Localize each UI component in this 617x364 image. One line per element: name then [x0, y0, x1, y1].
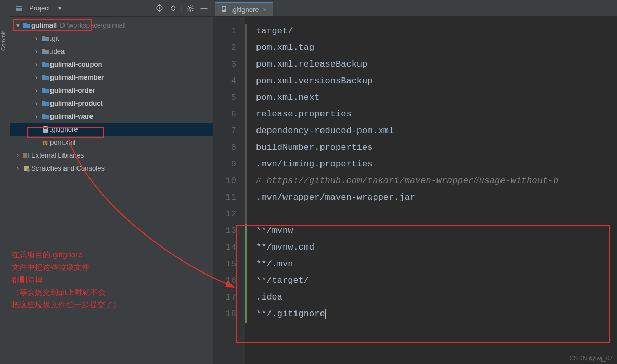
code-line-3[interactable]: pom.xml.releaseBackup: [256, 56, 559, 73]
editor-code[interactable]: target/pom.xml.tagpom.xml.releaseBackupp…: [245, 17, 559, 364]
tab-label: .gitignore: [231, 6, 259, 14]
sidebar-header: Project ▾ | —: [10, 0, 213, 17]
code-line-11[interactable]: .mvn/wrapper/maven-wrapper.jar: [256, 189, 559, 206]
tree-item-gulimall-ware[interactable]: ›gulimall-ware: [10, 110, 213, 123]
tree-root-gulimall[interactable]: ▾gulimallD:\workspace\gulimall: [10, 19, 213, 32]
svg-rect-25: [23, 153, 25, 158]
code-line-12[interactable]: [256, 206, 559, 223]
svg-rect-1: [16, 8, 22, 11]
svg-rect-0: [16, 6, 22, 7]
code-line-5[interactable]: pom.xml.next: [256, 89, 559, 106]
code-line-6[interactable]: release.properties: [256, 106, 559, 123]
code-line-14[interactable]: **/mvnw.cmd: [256, 239, 559, 256]
locate-icon[interactable]: [154, 3, 165, 14]
code-line-7[interactable]: dependency-reduced-pom.xml: [256, 123, 559, 139]
svg-line-16: [192, 6, 193, 7]
editor-area: .gitignore × 123456789101112131415161718…: [213, 0, 617, 364]
editor-gutter: 123456789101112131415161718: [213, 17, 245, 364]
tree-item-gulimall-product[interactable]: ›gulimall-product: [10, 97, 213, 110]
settings-icon[interactable]: [185, 3, 196, 14]
svg-line-14: [192, 10, 193, 11]
left-vertical-bar: Commit: [0, 0, 10, 364]
svg-rect-20: [46, 103, 48, 106]
svg-rect-23: [44, 127, 47, 128]
svg-rect-21: [46, 116, 48, 119]
svg-point-29: [27, 168, 30, 172]
code-line-2[interactable]: pom.xml.tag: [256, 40, 559, 56]
svg-rect-17: [46, 64, 48, 67]
vbar-commit-label[interactable]: Commit: [0, 31, 10, 51]
code-line-18[interactable]: **/.gitignore: [256, 306, 559, 322]
hide-icon[interactable]: —: [198, 3, 210, 14]
svg-rect-33: [223, 9, 225, 10]
tree-item-Scratches-and-Consoles[interactable]: ›Scratches and Consoles: [10, 162, 213, 175]
tree-item--gitignore[interactable]: .gitignore: [10, 123, 213, 136]
sidebar-dropdown-icon[interactable]: ▾: [54, 3, 66, 14]
expand-all-icon[interactable]: [168, 3, 179, 14]
sidebar-header-title[interactable]: Project: [27, 4, 52, 12]
code-line-8[interactable]: buildNumber.properties: [256, 139, 559, 156]
svg-rect-32: [223, 8, 226, 9]
editor-body[interactable]: 123456789101112131415161718 target/pom.x…: [213, 17, 617, 364]
code-line-16[interactable]: **/target/: [256, 272, 559, 289]
tree-item-gulimall-order[interactable]: ›gulimall-order: [10, 84, 213, 97]
code-line-9[interactable]: .mvn/timing.properties: [256, 156, 559, 173]
tree-item-gulimall-coupon[interactable]: ›gulimall-coupon: [10, 58, 213, 71]
project-sidebar: Project ▾ | — ▾gulimallD:\workspace\guli…: [10, 0, 213, 364]
svg-point-3: [159, 7, 160, 9]
tree-item-gulimall-member[interactable]: ›gulimall-member: [10, 71, 213, 84]
tree-item-pom-xml[interactable]: mpom.xml: [10, 136, 213, 149]
svg-line-13: [188, 6, 189, 7]
svg-line-15: [188, 10, 189, 11]
tree-item-External-Libraries[interactable]: ›External Libraries: [10, 149, 213, 162]
editor-tabbar: .gitignore ×: [213, 0, 617, 17]
code-line-15[interactable]: **/.mvn: [256, 256, 559, 272]
tab-gitignore[interactable]: .gitignore ×: [215, 2, 273, 16]
code-line-10[interactable]: # https://github.com/takari/maven-wrappe…: [256, 173, 559, 189]
code-line-4[interactable]: pom.xml.versionsBackup: [256, 73, 559, 89]
svg-rect-24: [44, 128, 47, 129]
svg-rect-26: [25, 153, 27, 158]
code-line-1[interactable]: target/: [256, 23, 559, 40]
close-icon[interactable]: ×: [262, 6, 268, 14]
svg-rect-27: [28, 153, 29, 158]
code-line-17[interactable]: .idea: [256, 289, 559, 306]
project-tree: ▾gulimallD:\workspace\gulimall›.git›.ide…: [10, 17, 213, 362]
code-line-13[interactable]: **/mvnw: [256, 223, 559, 239]
svg-point-8: [189, 7, 191, 9]
project-tool-icon[interactable]: [14, 3, 25, 14]
tree-item--idea[interactable]: ›.idea: [10, 45, 213, 58]
svg-rect-19: [46, 90, 48, 93]
tree-item--git[interactable]: ›.git: [10, 32, 213, 45]
svg-rect-22: [43, 126, 48, 133]
svg-rect-31: [223, 7, 226, 8]
svg-rect-18: [46, 77, 48, 80]
